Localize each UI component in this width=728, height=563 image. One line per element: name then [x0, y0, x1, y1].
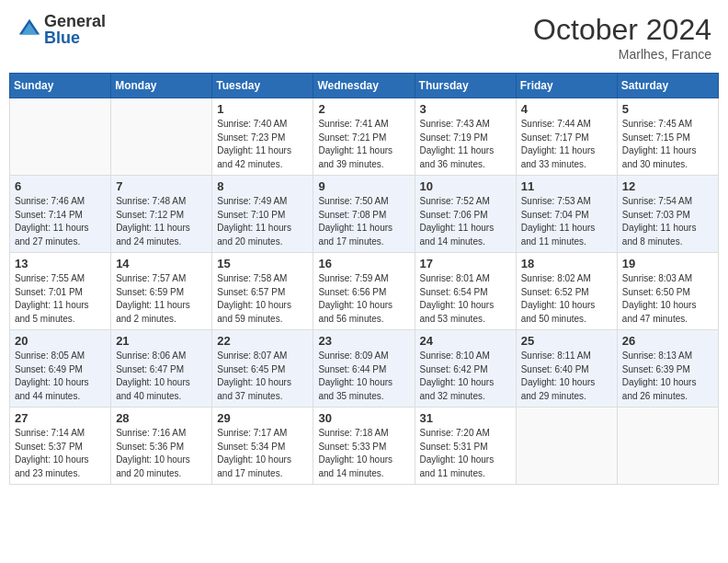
calendar-cell: 7Sunrise: 7:48 AM Sunset: 7:12 PM Daylig…: [111, 176, 212, 253]
day-number: 6: [15, 179, 106, 193]
day-number: 17: [420, 257, 511, 270]
day-info: Sunrise: 8:02 AM Sunset: 6:52 PM Dayligh…: [521, 272, 612, 326]
calendar-cell: 3Sunrise: 7:43 AM Sunset: 7:19 PM Daylig…: [415, 98, 516, 176]
day-number: 7: [116, 179, 207, 193]
calendar-cell: [10, 98, 111, 176]
day-info: Sunrise: 7:49 AM Sunset: 7:10 PM Dayligh…: [217, 195, 308, 248]
day-number: 1: [217, 102, 308, 116]
day-info: Sunrise: 7:16 AM Sunset: 5:36 PM Dayligh…: [116, 427, 207, 480]
day-number: 10: [420, 179, 511, 193]
day-number: 20: [15, 334, 106, 348]
col-tuesday: Tuesday: [212, 74, 313, 98]
day-number: 15: [217, 257, 308, 270]
day-info: Sunrise: 7:46 AM Sunset: 7:14 PM Dayligh…: [15, 195, 106, 248]
calendar-week-2: 6Sunrise: 7:46 AM Sunset: 7:14 PM Daylig…: [10, 176, 719, 253]
calendar-cell: 2Sunrise: 7:41 AM Sunset: 7:21 PM Daylig…: [313, 98, 415, 176]
day-info: Sunrise: 8:13 AM Sunset: 6:39 PM Dayligh…: [622, 350, 713, 403]
day-number: 24: [420, 334, 511, 348]
day-info: Sunrise: 8:07 AM Sunset: 6:45 PM Dayligh…: [217, 350, 308, 403]
calendar-cell: 21Sunrise: 8:06 AM Sunset: 6:47 PM Dayli…: [111, 330, 212, 408]
day-number: 8: [217, 179, 308, 193]
logo-text: General Blue: [44, 13, 106, 46]
day-info: Sunrise: 7:40 AM Sunset: 7:23 PM Dayligh…: [217, 118, 308, 171]
day-number: 23: [318, 334, 409, 348]
day-number: 16: [318, 257, 409, 270]
col-friday: Friday: [516, 74, 617, 98]
calendar-week-3: 13Sunrise: 7:55 AM Sunset: 7:01 PM Dayli…: [10, 253, 719, 330]
calendar-cell: 13Sunrise: 7:55 AM Sunset: 7:01 PM Dayli…: [10, 253, 111, 330]
calendar-cell: 25Sunrise: 8:11 AM Sunset: 6:40 PM Dayli…: [516, 330, 617, 408]
day-number: 27: [15, 411, 106, 425]
month-title: October 2024: [533, 13, 711, 47]
calendar-cell: 10Sunrise: 7:52 AM Sunset: 7:06 PM Dayli…: [415, 176, 516, 253]
day-number: 21: [116, 334, 207, 348]
calendar-cell: 18Sunrise: 8:02 AM Sunset: 6:52 PM Dayli…: [516, 253, 617, 330]
calendar-cell: 26Sunrise: 8:13 AM Sunset: 6:39 PM Dayli…: [617, 330, 718, 408]
day-info: Sunrise: 8:06 AM Sunset: 6:47 PM Dayligh…: [116, 350, 207, 403]
day-info: Sunrise: 7:59 AM Sunset: 6:56 PM Dayligh…: [318, 272, 409, 326]
logo: General Blue: [17, 13, 106, 46]
day-number: 4: [521, 102, 612, 116]
calendar-cell: 27Sunrise: 7:14 AM Sunset: 5:37 PM Dayli…: [10, 408, 111, 485]
calendar-cell: 28Sunrise: 7:16 AM Sunset: 5:36 PM Dayli…: [111, 408, 212, 485]
day-number: 5: [622, 102, 713, 116]
day-info: Sunrise: 7:54 AM Sunset: 7:03 PM Dayligh…: [622, 195, 713, 248]
col-thursday: Thursday: [415, 74, 516, 98]
day-info: Sunrise: 8:10 AM Sunset: 6:42 PM Dayligh…: [420, 350, 511, 403]
day-number: 11: [521, 179, 612, 193]
calendar-table: Sunday Monday Tuesday Wednesday Thursday…: [9, 73, 719, 485]
calendar-week-1: 1Sunrise: 7:40 AM Sunset: 7:23 PM Daylig…: [10, 98, 719, 176]
day-info: Sunrise: 8:03 AM Sunset: 6:50 PM Dayligh…: [622, 272, 713, 326]
day-info: Sunrise: 8:09 AM Sunset: 6:44 PM Dayligh…: [318, 350, 409, 403]
calendar-cell: 20Sunrise: 8:05 AM Sunset: 6:49 PM Dayli…: [10, 330, 111, 408]
calendar-cell: 1Sunrise: 7:40 AM Sunset: 7:23 PM Daylig…: [212, 98, 313, 176]
col-sunday: Sunday: [10, 74, 111, 98]
day-number: 25: [521, 334, 612, 348]
day-info: Sunrise: 7:20 AM Sunset: 5:31 PM Dayligh…: [420, 427, 511, 480]
location: Marlhes, France: [533, 47, 711, 62]
logo-icon: [17, 17, 42, 42]
calendar-cell: 31Sunrise: 7:20 AM Sunset: 5:31 PM Dayli…: [415, 408, 516, 485]
day-info: Sunrise: 7:43 AM Sunset: 7:19 PM Dayligh…: [420, 118, 511, 171]
day-info: Sunrise: 7:17 AM Sunset: 5:34 PM Dayligh…: [217, 427, 308, 480]
calendar-cell: 19Sunrise: 8:03 AM Sunset: 6:50 PM Dayli…: [617, 253, 718, 330]
calendar-cell: [516, 408, 617, 485]
calendar-week-5: 27Sunrise: 7:14 AM Sunset: 5:37 PM Dayli…: [10, 408, 719, 485]
day-info: Sunrise: 7:55 AM Sunset: 7:01 PM Dayligh…: [15, 272, 106, 326]
day-number: 2: [318, 102, 409, 116]
calendar-cell: 29Sunrise: 7:17 AM Sunset: 5:34 PM Dayli…: [212, 408, 313, 485]
calendar-cell: 17Sunrise: 8:01 AM Sunset: 6:54 PM Dayli…: [415, 253, 516, 330]
calendar-cell: 5Sunrise: 7:45 AM Sunset: 7:15 PM Daylig…: [617, 98, 718, 176]
day-info: Sunrise: 7:53 AM Sunset: 7:04 PM Dayligh…: [521, 195, 612, 248]
day-number: 31: [420, 411, 511, 425]
day-number: 9: [318, 179, 409, 193]
calendar-cell: 12Sunrise: 7:54 AM Sunset: 7:03 PM Dayli…: [617, 176, 718, 253]
calendar-cell: 23Sunrise: 8:09 AM Sunset: 6:44 PM Dayli…: [313, 330, 415, 408]
day-number: 29: [217, 411, 308, 425]
calendar-cell: 9Sunrise: 7:50 AM Sunset: 7:08 PM Daylig…: [313, 176, 415, 253]
day-number: 30: [318, 411, 409, 425]
calendar-cell: 6Sunrise: 7:46 AM Sunset: 7:14 PM Daylig…: [10, 176, 111, 253]
title-block: October 2024 Marlhes, France: [533, 13, 711, 62]
day-info: Sunrise: 8:05 AM Sunset: 6:49 PM Dayligh…: [15, 350, 106, 403]
col-wednesday: Wednesday: [313, 74, 415, 98]
page-header: General Blue October 2024 Marlhes, Franc…: [9, 9, 719, 65]
day-info: Sunrise: 7:14 AM Sunset: 5:37 PM Dayligh…: [15, 427, 106, 480]
day-info: Sunrise: 7:41 AM Sunset: 7:21 PM Dayligh…: [318, 118, 409, 171]
day-info: Sunrise: 8:11 AM Sunset: 6:40 PM Dayligh…: [521, 350, 612, 403]
calendar-cell: 30Sunrise: 7:18 AM Sunset: 5:33 PM Dayli…: [313, 408, 415, 485]
day-info: Sunrise: 7:18 AM Sunset: 5:33 PM Dayligh…: [318, 427, 409, 480]
calendar-week-4: 20Sunrise: 8:05 AM Sunset: 6:49 PM Dayli…: [10, 330, 719, 408]
day-info: Sunrise: 7:45 AM Sunset: 7:15 PM Dayligh…: [622, 118, 713, 171]
calendar-cell: [111, 98, 212, 176]
calendar-cell: 11Sunrise: 7:53 AM Sunset: 7:04 PM Dayli…: [516, 176, 617, 253]
day-info: Sunrise: 7:48 AM Sunset: 7:12 PM Dayligh…: [116, 195, 207, 248]
logo-blue: Blue: [44, 29, 106, 46]
day-number: 12: [622, 179, 713, 193]
calendar-header-row: Sunday Monday Tuesday Wednesday Thursday…: [10, 74, 719, 98]
day-info: Sunrise: 7:44 AM Sunset: 7:17 PM Dayligh…: [521, 118, 612, 171]
day-number: 3: [420, 102, 511, 116]
day-info: Sunrise: 7:57 AM Sunset: 6:59 PM Dayligh…: [116, 272, 207, 326]
day-info: Sunrise: 7:50 AM Sunset: 7:08 PM Dayligh…: [318, 195, 409, 248]
day-number: 13: [15, 257, 106, 270]
